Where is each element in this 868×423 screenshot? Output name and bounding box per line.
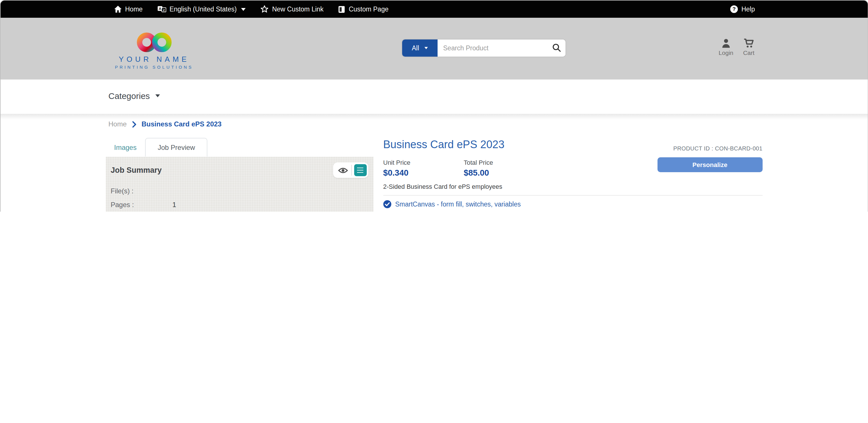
eye-icon [338,167,348,174]
search-button[interactable] [552,44,561,54]
page-icon [338,5,345,13]
job-summary-row: File(s) : [111,187,368,196]
row-label: File(s) : [111,187,173,196]
preview-eye-button[interactable] [335,164,351,176]
svg-text:z: z [163,8,164,12]
search-input[interactable] [438,39,565,57]
job-summary-panel: Job Summary File(s) : Pages :1 Qua [106,157,374,212]
help-link[interactable]: ? Help [730,5,755,13]
row-value: 1 [173,200,368,209]
cart-label: Cart [743,49,754,56]
site-header: YOUR NAME PRINTING SOLUTIONS All Login [1,18,867,80]
preview-tabs: Images Job Preview [106,138,208,157]
caret-down-icon [424,47,428,49]
smartcanvas-label: SmartCanvas - form fill, switches, varia… [395,201,521,208]
custom-page-link[interactable]: Custom Page [338,5,389,13]
unit-price-label: Unit Price [383,159,410,166]
product-search: All [402,39,565,57]
view-toggle [333,163,368,178]
store-logo[interactable]: YOUR NAME PRINTING SOLUTIONS [112,31,197,70]
personalize-button[interactable]: Personalize [657,157,763,172]
total-price-value: $85.00 [464,168,493,177]
job-summary-row: Pages :1 [111,200,368,209]
home-icon [114,6,122,12]
topbar-home-label: Home [125,6,143,12]
search-filter-dropdown[interactable]: All [402,39,438,57]
categories-menu[interactable]: Categories [108,91,160,101]
help-icon: ? [730,5,738,13]
svg-text:?: ? [732,6,736,12]
caret-down-icon [156,94,160,97]
language-label: English (United States) [169,6,237,12]
top-admin-bar: Home A z English (United States) New Cus… [1,1,867,18]
help-label: Help [741,6,755,12]
search-filter-label: All [412,45,419,52]
breadcrumb-current: Business Card ePS 2023 [142,120,222,128]
custom-page-label: Custom Page [349,6,389,12]
product-id: PRODUCT ID : CON-BCARD-001 [673,145,762,151]
login-label: Login [719,49,733,56]
product-title: Business Card ePS 2023 [383,138,505,151]
cart-icon [743,38,754,48]
total-price-label: Total Price [464,159,493,166]
list-icon [357,167,364,173]
infinity-logo-icon [135,31,173,53]
unit-price-value: $0.340 [383,168,410,177]
new-custom-link-label: New Custom Link [272,6,323,12]
logo-tagline: PRINTING SOLUTIONS [112,65,197,70]
job-summary-title: Job Summary [111,166,162,174]
login-button[interactable]: Login [719,38,733,56]
product-description: 2-Sided Business Card for ePS employees [383,183,502,190]
breadcrumb: Home Business Card ePS 2023 [108,120,222,128]
divider [351,165,352,176]
language-selector[interactable]: A z English (United States) [157,6,246,12]
row-label: Pages : [111,200,173,209]
chevron-right-icon [132,121,136,127]
cart-button[interactable]: Cart [743,38,754,56]
divider [383,195,763,196]
job-summary-rows: File(s) : Pages :1 Quantity :250 Media :… [111,187,368,212]
caret-down-icon [241,8,246,10]
svg-text:A: A [158,7,161,11]
tab-job-preview[interactable]: Job Preview [145,138,208,157]
translate-icon: A z [157,6,166,12]
tab-images[interactable]: Images [106,138,145,157]
summary-list-button[interactable] [354,164,367,176]
person-icon [721,38,731,48]
browser-page: Home A z English (United States) New Cus… [0,0,868,212]
star-icon [261,5,269,13]
check-circle-icon [383,200,391,208]
categories-label: Categories [108,91,150,101]
main-content: Images Job Preview Job Summary [1,136,867,212]
new-custom-link[interactable]: New Custom Link [261,5,323,13]
search-icon [552,44,561,52]
breadcrumb-bar: Home Business Card ePS 2023 [1,114,867,136]
breadcrumb-home-link[interactable]: Home [108,120,127,128]
smartcanvas-option[interactable]: SmartCanvas - form fill, switches, varia… [383,200,521,208]
logo-name: YOUR NAME [112,55,197,63]
topbar-home-link[interactable]: Home [114,6,143,12]
category-nav-bar: Categories [1,80,867,114]
